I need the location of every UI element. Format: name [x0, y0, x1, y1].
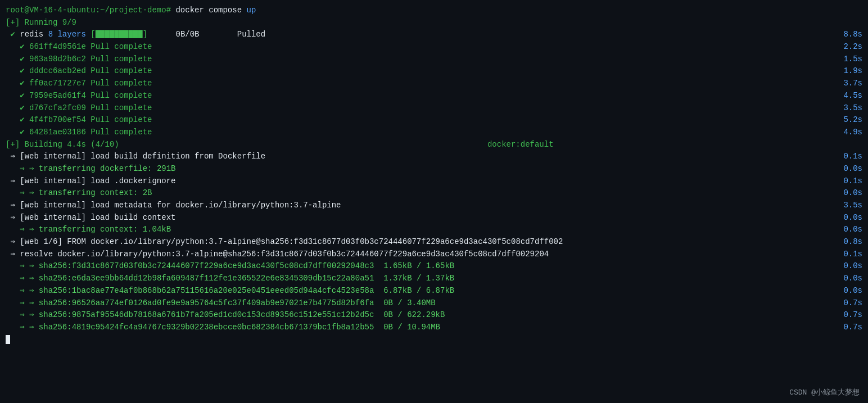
terminal-line: ✔ 64281ae03186 Pull complete4.9s — [6, 126, 862, 139]
terminal-line: ⇒ ⇒ sha256:96526aa774ef0126ad0fe9e9a9576… — [6, 297, 862, 310]
terminal-line: ✔ 7959e5ad61f4 Pull complete4.5s — [6, 90, 862, 102]
line-time: 0.7s — [829, 309, 862, 322]
line-content: ✔ 4f4fb700ef54 Pull complete — [6, 114, 829, 126]
terminal-line: ⇒ [web internal] load .dockerignore0.1s — [6, 175, 862, 188]
line-time: 0.7s — [829, 322, 862, 334]
line-time: 3.5s — [829, 102, 862, 115]
line-time: 0.0s — [829, 260, 862, 273]
terminal-line: ⇒ ⇒ sha256:1bac8ae77e4af0b868b62a7511561… — [6, 285, 862, 297]
terminal-line: [+] Building 4.4s (4/10) docker:default — [6, 139, 862, 151]
line-content: ⇒ resolve docker.io/library/python:3.7-a… — [6, 248, 829, 261]
line-content: ✔ 661ff4d9561e Pull complete — [6, 41, 829, 53]
terminal-line: ✔ 963a98d2b6c2 Pull complete1.5s — [6, 53, 862, 66]
terminal-line: ⇒ [web internal] load build definition f… — [6, 151, 862, 163]
line-content: ⇒ [web 1/6] FROM docker.io/library/pytho… — [6, 236, 829, 248]
line-content: ✔ 963a98d2b6c2 Pull complete — [6, 53, 829, 66]
line-time: 0.0s — [829, 273, 862, 285]
line-time: 0.1s — [829, 248, 862, 261]
line-time: 3.7s — [829, 78, 862, 90]
line-content: ⇒ ⇒ sha256:f3d31c8677d03f0b3c724446077f2… — [6, 260, 829, 273]
terminal-line: ✔ ff0ac71727e7 Pull complete3.7s — [6, 78, 862, 90]
line-content: ⇒ [web internal] load metadata for docke… — [6, 200, 829, 212]
terminal-line — [6, 334, 862, 346]
line-time: 0.0s — [829, 224, 862, 236]
line-time: 0.8s — [829, 236, 862, 248]
line-content: ⇒ [web internal] load build definition f… — [6, 151, 829, 163]
line-content: ✔ dddcc6acb2ed Pull complete — [6, 65, 829, 78]
line-time: 1.5s — [829, 53, 862, 66]
terminal-line: ⇒ ⇒ sha256:e6da3ee9bb64dd12b98fa609487f1… — [6, 273, 862, 285]
line-content: ✔ ff0ac71727e7 Pull complete — [6, 78, 829, 90]
terminal-line: ⇒ resolve docker.io/library/python:3.7-a… — [6, 248, 862, 261]
line-content: ✔ d767cfa2fc09 Pull complete — [6, 102, 829, 115]
terminal-window: root@VM-16-4-ubuntu:~/project-demo# dock… — [0, 0, 868, 403]
terminal-line: ⇒ ⇒ sha256:f3d31c8677d03f0b3c724446077f2… — [6, 260, 862, 273]
terminal-line: ⇒ ⇒ transferring context: 1.04kB0.0s — [6, 224, 862, 236]
terminal-line: root@VM-16-4-ubuntu:~/project-demo# dock… — [6, 4, 862, 17]
line-time: 0.1s — [829, 175, 862, 188]
line-time: 0.0s — [829, 212, 862, 224]
line-content: ⇒ ⇒ transferring context: 1.04kB — [6, 224, 829, 236]
line-content — [6, 334, 862, 346]
terminal-line: ⇒ ⇒ transferring context: 2B0.0s — [6, 187, 862, 200]
terminal-line: ✔ d767cfa2fc09 Pull complete3.5s — [6, 102, 862, 115]
line-time: 0.0s — [829, 187, 862, 200]
line-content: [+] Building 4.4s (4/10) docker:default — [6, 139, 862, 151]
line-content: ⇒ [web internal] load build context — [6, 212, 829, 224]
terminal-line: ✔ 4f4fb700ef54 Pull complete5.2s — [6, 114, 862, 126]
line-content: ⇒ ⇒ sha256:96526aa774ef0126ad0fe9e9a9576… — [6, 297, 829, 310]
line-time: 0.0s — [829, 285, 862, 297]
line-time: 0.7s — [829, 297, 862, 310]
terminal-line: ⇒ [web internal] load metadata for docke… — [6, 200, 862, 212]
line-time: 1.9s — [829, 65, 862, 78]
line-content: ⇒ ⇒ sha256:1bac8ae77e4af0b868b62a7511561… — [6, 285, 829, 297]
line-content: ✔ 64281ae03186 Pull complete — [6, 126, 829, 139]
terminal-line: ✔ dddcc6acb2ed Pull complete1.9s — [6, 65, 862, 78]
terminal-line: ✔ redis 8 layers [██████████] 0B/0B Pull… — [6, 29, 862, 41]
terminal-line: ⇒ [web internal] load build context0.0s — [6, 212, 862, 224]
line-content: ⇒ ⇒ sha256:e6da3ee9bb64dd12b98fa609487f1… — [6, 273, 829, 285]
terminal-line: ⇒ ⇒ sha256:4819c95424fc4a94767c9329b0223… — [6, 322, 862, 334]
line-time: 4.9s — [829, 126, 862, 139]
line-time: 3.5s — [829, 200, 862, 212]
terminal-line: ⇒ ⇒ transferring dockerfile: 291B0.0s — [6, 163, 862, 175]
line-content: ⇒ ⇒ transferring dockerfile: 291B — [6, 163, 829, 175]
line-content: ⇒ ⇒ sha256:9875af95546db78168a6761b7fa20… — [6, 309, 829, 322]
terminal-line: ⇒ [web 1/6] FROM docker.io/library/pytho… — [6, 236, 862, 248]
line-time: 8.8s — [829, 29, 862, 41]
terminal-line: [+] Running 9/9 — [6, 17, 862, 29]
line-content: [+] Running 9/9 — [6, 17, 862, 29]
line-time: 5.2s — [829, 114, 862, 126]
terminal-line: ⇒ ⇒ sha256:9875af95546db78168a6761b7fa20… — [6, 309, 862, 322]
line-content: ⇒ ⇒ transferring context: 2B — [6, 187, 829, 200]
line-content: ✔ redis 8 layers [██████████] 0B/0B Pull… — [6, 29, 829, 41]
line-time: 0.1s — [829, 151, 862, 163]
line-time: 4.5s — [829, 90, 862, 102]
line-content: ⇒ ⇒ sha256:4819c95424fc4a94767c9329b0223… — [6, 322, 829, 334]
line-content: ✔ 7959e5ad61f4 Pull complete — [6, 90, 829, 102]
line-content: root@VM-16-4-ubuntu:~/project-demo# dock… — [6, 4, 862, 17]
line-time: 0.0s — [829, 163, 862, 175]
watermark: CSDN @小鲸鱼大梦想 — [789, 387, 860, 397]
line-content: ⇒ [web internal] load .dockerignore — [6, 175, 829, 188]
line-time: 2.2s — [829, 41, 862, 53]
terminal-line: ✔ 661ff4d9561e Pull complete2.2s — [6, 41, 862, 53]
